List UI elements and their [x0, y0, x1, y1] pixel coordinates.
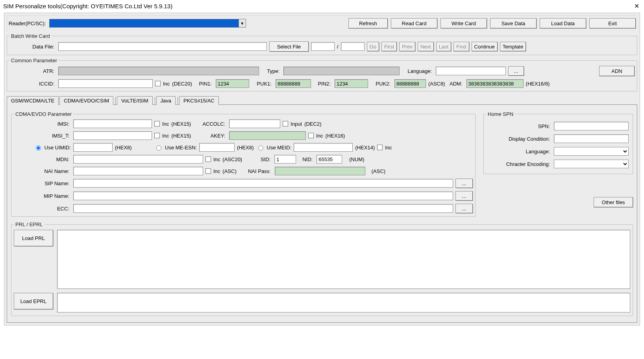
mip-name-label: MIP Name: — [14, 193, 71, 199]
close-icon[interactable]: ✕ — [632, 2, 641, 10]
language-label: Language: — [402, 68, 433, 74]
accolc-input[interactable] — [229, 119, 280, 128]
spn-input[interactable] — [554, 122, 629, 130]
read-card-button[interactable]: Read Card — [391, 18, 437, 28]
iccid-input[interactable] — [58, 79, 153, 88]
batch-index-a[interactable] — [311, 42, 335, 51]
find-button[interactable]: Find — [453, 42, 469, 51]
mip-name-browse-button[interactable]: ... — [455, 191, 473, 201]
nai-pass-asc-label: (ASC) — [372, 168, 385, 174]
imsi-input[interactable] — [73, 119, 152, 128]
eprl-textarea[interactable] — [57, 293, 630, 312]
mdn-input[interactable] — [73, 155, 203, 164]
use-me-esn-radio[interactable] — [156, 145, 161, 151]
go-button[interactable]: Go — [367, 42, 379, 51]
batch-legend: Batch Write Card — [9, 33, 52, 39]
uimid-hex8-label: (HEX8) — [115, 145, 132, 151]
first-button[interactable]: First — [381, 42, 397, 51]
nid-input[interactable] — [316, 155, 342, 164]
refresh-button[interactable]: Refresh — [348, 18, 388, 28]
mip-name-input[interactable] — [73, 192, 453, 200]
prl-textarea[interactable] — [57, 230, 630, 289]
adn-button[interactable]: ADN — [599, 66, 635, 76]
tab-pkcs15-ac[interactable]: PKCS#15/AC — [179, 96, 219, 105]
meid-inc-checkbox[interactable] — [377, 145, 383, 150]
load-eprl-button[interactable]: Load EPRL — [14, 293, 53, 309]
use-uimid-radio[interactable] — [36, 145, 41, 151]
template-button[interactable]: Template — [500, 42, 526, 51]
adm-hex-label: (HEX16/8) — [526, 81, 550, 87]
spn-language-select[interactable] — [554, 147, 629, 156]
imsit-input[interactable] — [73, 131, 152, 140]
reader-selected — [50, 19, 239, 27]
tab-volte-isim[interactable]: VoLTE/ISIM — [117, 96, 152, 105]
accolc-label: ACCOLC: — [193, 121, 227, 127]
imsit-inc-checkbox[interactable] — [154, 133, 160, 138]
imsit-inc-label: Inc — [162, 133, 169, 139]
puk1-label: PUK1: — [252, 81, 273, 87]
meid-input[interactable] — [294, 143, 353, 152]
last-button[interactable]: Last — [436, 42, 452, 51]
common-parameter-group: Common Parameter ATR: Type: Language: ..… — [7, 58, 637, 91]
chevron-down-icon[interactable]: ▼ — [239, 19, 246, 27]
atr-label: ATR: — [9, 68, 56, 74]
use-meid-radio[interactable] — [258, 145, 263, 151]
ecc-browse-button[interactable]: ... — [455, 204, 473, 213]
data-file-label: Data File: — [9, 44, 56, 50]
prev-button[interactable]: Prev — [399, 42, 415, 51]
load-data-button[interactable]: Load Data — [540, 18, 586, 28]
reader-dropdown[interactable]: ▼ — [49, 19, 246, 28]
tab-java[interactable]: Java — [156, 96, 176, 105]
load-prl-button[interactable]: Load PRL — [14, 230, 53, 246]
type-label: Type: — [261, 68, 281, 74]
nai-name-inc-checkbox[interactable] — [205, 168, 211, 174]
adm-input[interactable] — [466, 79, 524, 88]
mdn-inc-checkbox[interactable] — [205, 156, 211, 162]
nai-pass-input[interactable] — [275, 167, 365, 175]
data-file-input[interactable] — [58, 42, 267, 51]
imsi-inc-checkbox[interactable] — [154, 121, 160, 126]
tab-gsm-wcdma-lte[interactable]: GSM/WCDMA/LTE — [7, 96, 59, 105]
continue-button[interactable]: Continue — [472, 42, 498, 51]
exit-button[interactable]: Exit — [589, 18, 636, 28]
save-data-button[interactable]: Save Data — [490, 18, 537, 28]
cdma-evdo-group: CDMA/EVDO Parameter IMSI: Inc (HEX15) AC… — [11, 111, 476, 217]
spn-label: SPN: — [488, 123, 551, 129]
ecc-input[interactable] — [73, 204, 453, 213]
spn-language-label: Language: — [488, 149, 551, 154]
use-meid-label: Use MEID: — [267, 145, 292, 151]
sid-label: SID: — [244, 156, 272, 162]
sip-name-browse-button[interactable]: ... — [455, 179, 473, 188]
pin1-input[interactable] — [216, 79, 249, 88]
tab-cdma-evdo-csim[interactable]: CDMA/EVDO/CSIM — [59, 96, 113, 105]
akey-input[interactable] — [229, 131, 306, 140]
display-condition-input[interactable] — [554, 134, 629, 143]
other-files-button[interactable]: Other files — [594, 197, 633, 207]
sip-name-input[interactable] — [73, 179, 453, 188]
me-esn-input[interactable] — [199, 143, 235, 152]
next-button[interactable]: Next — [418, 42, 434, 51]
char-encoding-select[interactable] — [554, 160, 629, 168]
write-card-button[interactable]: Write Card — [440, 18, 487, 28]
iccid-inc-checkbox[interactable] — [155, 81, 161, 86]
puk1-input[interactable] — [276, 79, 311, 88]
language-input[interactable] — [436, 67, 506, 75]
nai-name-input[interactable] — [73, 167, 203, 175]
batch-index-b[interactable] — [341, 42, 365, 51]
use-me-esn-label: Use ME-ESN: — [165, 145, 197, 151]
accolc-input-checkbox[interactable] — [283, 121, 288, 126]
meid-inc-label: Inc — [385, 145, 392, 151]
imsit-label: IMSI_T: — [14, 133, 71, 139]
pin2-input[interactable] — [335, 79, 368, 88]
select-file-button[interactable]: Select File — [269, 41, 309, 52]
prl-legend: PRL / EPRL — [14, 221, 44, 227]
puk2-input[interactable] — [394, 79, 426, 88]
pin1-label: PIN1: — [194, 81, 213, 87]
akey-inc-checkbox[interactable] — [308, 133, 314, 138]
uimid-input[interactable] — [73, 143, 113, 152]
language-browse-button[interactable]: ... — [508, 66, 524, 76]
sid-input[interactable] — [274, 155, 296, 164]
mdn-label: MDN: — [14, 156, 71, 162]
me-esn-hex8-label: (HEX8) — [237, 145, 254, 151]
tab-bar: GSM/WCDMA/LTE CDMA/EVDO/CSIM VoLTE/ISIM … — [7, 94, 637, 105]
